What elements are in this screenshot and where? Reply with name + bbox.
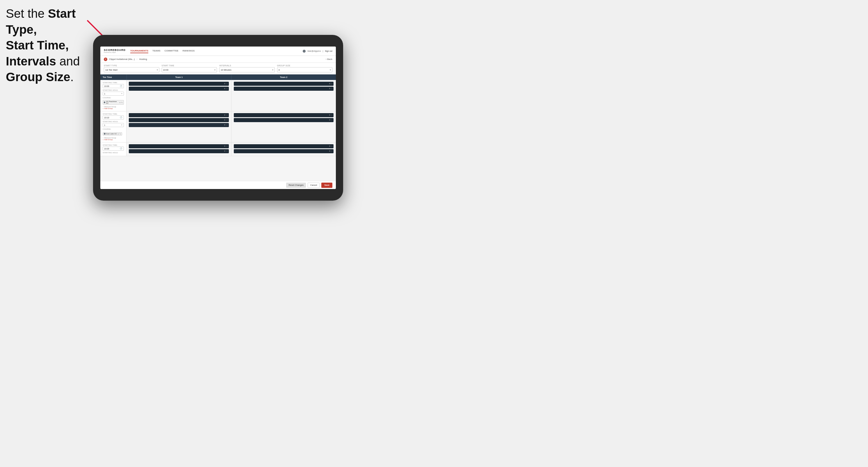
- intervals-label: Intervals: [219, 65, 275, 67]
- start-time-label: Start Time: [162, 65, 217, 67]
- starting-hole-label-3: STARTING HOLE:: [103, 152, 124, 154]
- player-slot-1-1[interactable]: ✕ ○: [129, 82, 229, 86]
- back-button[interactable]: ‹ Back: [326, 58, 332, 61]
- group-size-select[interactable]: 3 ▾: [277, 67, 333, 72]
- intervals-select[interactable]: 10 Minutes ▾: [219, 67, 275, 72]
- col-team2: Team 2: [231, 74, 336, 80]
- course-name-2: East Lake GC: [106, 133, 117, 135]
- player-x-icon-9[interactable]: ✕ ○: [224, 150, 227, 152]
- starting-time-label-2: STARTING TIME:: [103, 113, 124, 115]
- instruction-start-type: Start Type,: [6, 7, 75, 36]
- player-x-icon-10[interactable]: ✕ ○: [329, 145, 332, 148]
- nav-teams[interactable]: TEAMS: [152, 49, 160, 53]
- instruction-intervals: Intervals: [6, 54, 56, 68]
- tablet-screen: SCOREBOARD Powered by clippd TOURNAMENTS…: [100, 46, 336, 189]
- col-team1: Team 1: [126, 74, 231, 80]
- teams-area-2: ✕ ○ ✕ ○ ✕ ○ ✕ ○ ✕: [126, 112, 336, 142]
- nav-tournaments[interactable]: TOURNAMENTS: [130, 49, 148, 53]
- save-button[interactable]: Save: [321, 183, 332, 188]
- cancel-button[interactable]: Cancel: [308, 183, 319, 188]
- course-edit-icon[interactable]: ✎: [121, 101, 123, 103]
- team2-col-1: ✕ ○ ✕ ○: [231, 80, 336, 111]
- player-x-icon-5[interactable]: ✕ ○: [224, 124, 227, 126]
- start-type-label: Start Type: [104, 65, 159, 67]
- player-slot-4-1[interactable]: ✕ ○: [234, 113, 334, 117]
- player-x-icon-11[interactable]: ✕ ○: [329, 150, 332, 152]
- breadcrumb: Clippd Invitational (Ma...) › Hosting: [109, 58, 147, 61]
- player-x-icon-8[interactable]: ✕ ○: [224, 145, 227, 148]
- breadcrumb-tournament[interactable]: Clippd Invitational (Ma...): [109, 58, 135, 61]
- player-slot-5-1[interactable]: ✕ ○: [129, 144, 229, 148]
- player-slot-3-2[interactable]: ✕ ○: [129, 118, 229, 122]
- hole-chevron-icon: ▾: [121, 92, 122, 95]
- add-group-btn-2[interactable]: + Add Group: [103, 139, 124, 141]
- player-x-icon[interactable]: ✕ ○: [224, 83, 227, 85]
- player-slot-3-1[interactable]: ✕ ○: [129, 113, 229, 117]
- player-x-icon-7[interactable]: ✕ ○: [329, 119, 332, 121]
- player-slot-2-2[interactable]: ✕ ○: [234, 87, 334, 91]
- start-time-group: Start Time 10:00 ▾: [162, 65, 217, 72]
- nav-committee[interactable]: COMMITTEE: [164, 49, 179, 53]
- teams-area-1: ✕ ○ ✕ ○ ✕ ○ ✕ ○: [126, 80, 336, 111]
- sign-out-link[interactable]: Sign out: [325, 50, 332, 52]
- starting-time-label-3: STARTING TIME:: [103, 144, 124, 146]
- footer-bar: Reset Changes Cancel Save: [100, 181, 336, 189]
- course-icon-2: [104, 133, 105, 135]
- group-row-3: STARTING TIME: 10:20 🕐 STARTING HOLE: ✕ …: [100, 143, 336, 156]
- player-slot-2-1[interactable]: ✕ ○: [234, 82, 334, 86]
- player-slot-6-2[interactable]: ✕ ○: [234, 149, 334, 153]
- course-label-1: COURSE:: [103, 97, 124, 99]
- starting-time-input-2[interactable]: 10:10 🕐: [103, 116, 124, 120]
- sub-header: C Clippd Invitational (Ma...) › Hosting …: [100, 56, 336, 63]
- tee-panel-1: STARTING TIME: 10:00 🕐 STARTING HOLE: 1 …: [100, 80, 126, 111]
- course-tag-1: (A) Peachtree GC ✕ ✎: [103, 100, 124, 105]
- start-time-value: 10:00: [163, 69, 169, 71]
- instruction-line1: Set the Start Type,: [6, 7, 75, 36]
- course-icon-1: [104, 101, 105, 103]
- player-slot-3-3[interactable]: ✕ ○: [129, 123, 229, 127]
- scroll-area[interactable]: STARTING TIME: 10:00 🕐 STARTING HOLE: 1 …: [100, 80, 336, 181]
- start-type-select[interactable]: 1st Tee Start ▾: [104, 67, 159, 72]
- nav-rankings[interactable]: RANKINGS: [183, 49, 195, 53]
- user-email: blair@clippd.io: [307, 50, 321, 52]
- course-tag-2: East Lake GC ✕ ✎: [103, 132, 122, 135]
- starting-hole-label-1: STARTING HOLE:: [103, 89, 124, 91]
- nav-bar: SCOREBOARD Powered by clippd TOURNAMENTS…: [100, 46, 336, 56]
- player-slot-6-1[interactable]: ✕ ○: [234, 144, 334, 148]
- tablet-device: SCOREBOARD Powered by clippd TOURNAMENTS…: [93, 35, 343, 200]
- starting-hole-label-2: STARTING HOLE:: [103, 121, 124, 122]
- player-slot-4-2[interactable]: ✕ ○: [234, 118, 334, 122]
- starting-time-input-1[interactable]: 10:00 🕐: [103, 84, 124, 88]
- team2-col-2: ✕ ○ ✕ ○: [231, 112, 336, 142]
- player-slot-5-2[interactable]: ✕ ○: [129, 149, 229, 153]
- table-header: Tee Time Team 1 Team 2: [100, 74, 336, 80]
- player-x-icon-6[interactable]: ✕ ○: [329, 114, 332, 116]
- player-slot-1-2[interactable]: ✕ ○: [129, 87, 229, 91]
- starting-hole-input-1[interactable]: 1 ▾: [103, 92, 124, 96]
- reset-changes-button[interactable]: Reset Changes: [286, 183, 306, 188]
- player-x-icon[interactable]: ✕ ○: [224, 88, 227, 90]
- course-edit-icon-2[interactable]: ✎: [120, 133, 121, 135]
- logo-area: SCOREBOARD Powered by clippd: [104, 49, 126, 53]
- player-x-icon-4[interactable]: ✕ ○: [224, 119, 227, 121]
- start-time-select[interactable]: 10:00 ▾: [162, 67, 217, 72]
- time-clock-icon: 🕐: [120, 85, 122, 87]
- start-type-chevron-icon: ▾: [157, 69, 158, 71]
- brand-icon: C: [104, 58, 107, 61]
- course-remove-icon-2[interactable]: ✕: [118, 133, 119, 135]
- player-x-icon-3[interactable]: ✕ ○: [224, 114, 227, 116]
- breadcrumb-hosting[interactable]: Hosting: [139, 58, 147, 61]
- user-avatar: [303, 50, 306, 53]
- tee-panel-2: STARTING TIME: 10:10 🕐 STARTING HOLE: 1 …: [100, 112, 126, 142]
- player-x-icon[interactable]: ✕ ○: [329, 88, 332, 90]
- starting-time-label-1: STARTING TIME:: [103, 82, 124, 84]
- tee-panel-3: STARTING TIME: 10:20 🕐 STARTING HOLE:: [100, 143, 126, 156]
- starting-time-input-3[interactable]: 10:20 🕐: [103, 147, 124, 151]
- team1-col-3: ✕ ○ ✕ ○: [126, 143, 231, 156]
- player-x-icon[interactable]: ✕ ○: [329, 83, 332, 85]
- group-size-chevron-icon: ▾: [330, 69, 331, 71]
- course-label-2: COURSE:: [103, 128, 124, 130]
- course-remove-icon[interactable]: ✕: [119, 101, 121, 103]
- add-group-btn-1[interactable]: + Add Group: [103, 107, 124, 109]
- starting-hole-input-2[interactable]: 1 ▾: [103, 123, 124, 127]
